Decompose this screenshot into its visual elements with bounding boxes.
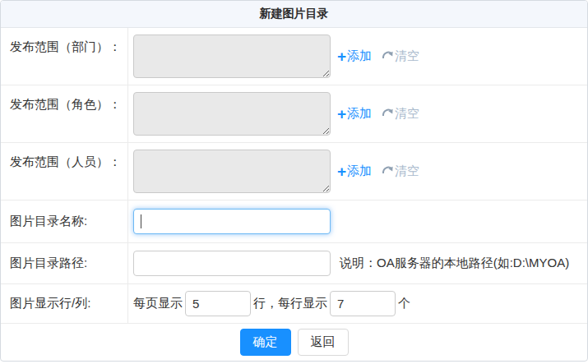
row-directory-name: 图片目录名称:	[1, 200, 587, 243]
directory-path-input[interactable]	[133, 251, 331, 276]
add-department-label: 添加	[347, 48, 372, 64]
clear-personnel-label: 清空	[395, 164, 419, 179]
clear-personnel-link[interactable]: 清空	[382, 164, 419, 179]
clear-role-label: 清空	[395, 106, 419, 122]
plus-icon: +	[337, 48, 346, 64]
row-scope-personnel: 发布范围（人员）： +添加 清空	[1, 143, 587, 200]
add-role-label: 添加	[347, 106, 372, 122]
directory-name-input[interactable]	[133, 209, 331, 234]
add-department-link[interactable]: +添加	[337, 48, 372, 64]
clear-arrow-icon	[382, 107, 395, 121]
clear-department-link[interactable]: 清空	[382, 48, 419, 64]
clear-role-link[interactable]: 清空	[382, 106, 419, 122]
scope-department-label: 发布范围（部门）：	[1, 28, 128, 85]
plus-icon: +	[337, 164, 346, 179]
scope-role-label: 发布范围（角色）：	[1, 85, 128, 142]
new-image-directory-dialog: 新建图片目录 发布范围（部门）： +添加 清空 发布范围（角色）： +添加	[0, 0, 588, 362]
row-scope-role: 发布范围（角色）： +添加 清空	[1, 85, 587, 143]
clear-arrow-icon	[382, 49, 395, 63]
directory-path-label: 图片目录路径:	[1, 243, 128, 283]
scope-personnel-label: 发布范围（人员）：	[1, 143, 128, 200]
confirm-button[interactable]: 确定	[240, 329, 291, 356]
row-scope-department: 发布范围（部门）： +添加 清空	[1, 28, 587, 85]
row-directory-path: 图片目录路径: 说明：OA服务器的本地路径(如:D:\MYOA)	[1, 243, 587, 284]
cols-per-row-input[interactable]	[330, 291, 396, 316]
scope-role-textarea[interactable]	[133, 92, 331, 136]
display-grid-label: 图片显示行/列:	[1, 284, 128, 323]
rows-per-page-prefix: 每页显示	[133, 296, 183, 311]
path-hint-text: 说明：OA服务器的本地路径(如:D:\MYOA)	[340, 256, 569, 271]
text-caret	[141, 214, 141, 228]
back-button[interactable]: 返回	[298, 329, 349, 356]
row-display-grid: 图片显示行/列: 每页显示 行，每行显示 个	[1, 284, 587, 324]
rows-per-page-input[interactable]	[185, 291, 251, 316]
cols-per-row-prefix: 行，每行显示	[253, 296, 327, 311]
plus-icon: +	[337, 106, 346, 122]
add-personnel-link[interactable]: +添加	[337, 164, 372, 179]
add-role-link[interactable]: +添加	[337, 106, 372, 122]
cols-per-row-suffix: 个	[398, 296, 410, 311]
directory-name-label: 图片目录名称:	[1, 200, 128, 242]
scope-personnel-textarea[interactable]	[133, 150, 331, 193]
dialog-title: 新建图片目录	[1, 1, 587, 28]
dialog-footer: 确定 返回	[1, 324, 587, 360]
add-personnel-label: 添加	[347, 164, 372, 179]
clear-arrow-icon	[382, 164, 395, 178]
scope-department-textarea[interactable]	[133, 35, 331, 78]
clear-department-label: 清空	[395, 48, 419, 64]
